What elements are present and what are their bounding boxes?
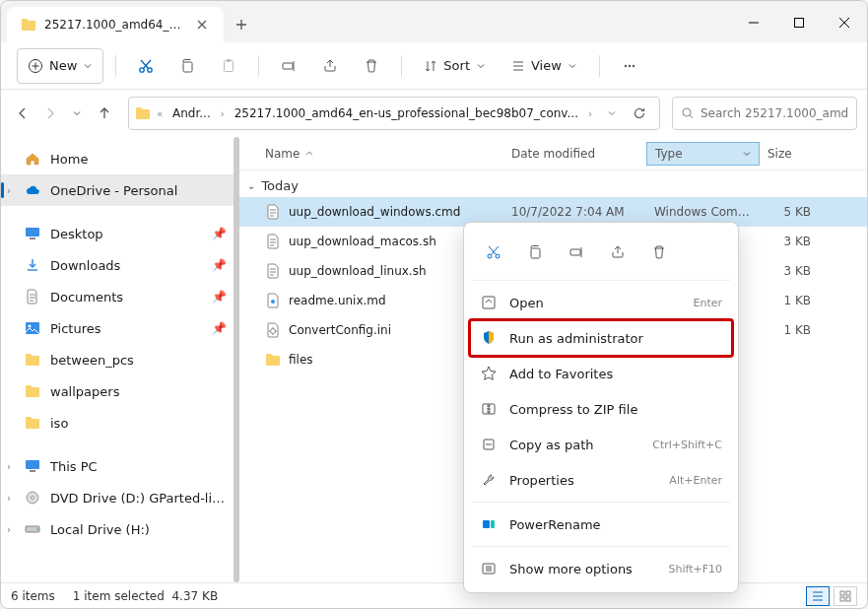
ctx-cut-button[interactable]	[476, 235, 511, 270]
new-tab-button[interactable]	[224, 7, 259, 42]
sidebar-item-folder[interactable]: wallpapers	[1, 375, 236, 407]
svg-point-29	[496, 254, 500, 258]
pc-icon	[25, 459, 40, 473]
new-button[interactable]: New	[17, 48, 103, 84]
trash-icon	[364, 58, 379, 74]
copy-button[interactable]	[169, 48, 205, 84]
ctx-compress[interactable]: Compress to ZIP file	[470, 391, 732, 427]
breadcrumb-part[interactable]: 25217.1000_amd64_en-us_professional_bec9…	[231, 102, 582, 124]
shortcut: Shift+F10	[668, 563, 722, 575]
sidebar-item-label: between_pcs	[50, 353, 134, 368]
minimize-button[interactable]	[731, 7, 776, 38]
grid-icon	[839, 590, 851, 602]
ctx-copy-button[interactable]	[517, 235, 553, 270]
separator	[472, 502, 730, 503]
ctx-copy-path[interactable]: Copy as path Ctrl+Shift+C	[470, 427, 732, 462]
status-selected: 1 item selected 4.37 KB	[73, 589, 218, 603]
sidebar-item-desktop[interactable]: Desktop 📌	[1, 218, 236, 249]
more-button[interactable]	[612, 48, 647, 84]
svg-point-9	[629, 64, 631, 66]
sidebar-item-label: iso	[50, 416, 68, 431]
more-icon	[480, 560, 498, 577]
breadcrumb-part[interactable]: Andr...	[168, 102, 215, 124]
active-tab[interactable]: 25217.1000_amd64_en-us_pro	[7, 7, 224, 42]
rename-button[interactable]	[271, 48, 306, 84]
file-name: uup_download_windows.cmd	[289, 205, 460, 219]
address-bar[interactable]: « Andr... › 25217.1000_amd64_en-us_profe…	[128, 97, 660, 130]
ctx-item-label: Run as administrator	[509, 331, 643, 346]
svg-point-28	[488, 254, 492, 258]
sidebar-item-folder[interactable]: iso	[1, 407, 236, 439]
svg-rect-13	[30, 237, 35, 239]
column-name[interactable]: Name	[257, 147, 503, 161]
close-button[interactable]	[822, 7, 867, 38]
ctx-item-label: Properties	[509, 473, 574, 488]
sidebar-item-folder[interactable]: between_pcs	[1, 344, 236, 375]
recent-button[interactable]	[65, 96, 89, 131]
splitter-handle[interactable]	[234, 137, 239, 582]
ctx-rename-button[interactable]	[559, 235, 594, 270]
sidebar-item-downloads[interactable]: Downloads 📌	[1, 249, 236, 281]
paste-button[interactable]	[211, 48, 246, 84]
search-box[interactable]	[672, 97, 857, 130]
svg-rect-16	[26, 460, 39, 469]
group-label: Today	[261, 178, 299, 193]
folder-icon	[25, 384, 40, 398]
delete-button[interactable]	[354, 48, 389, 84]
cloud-icon	[25, 182, 40, 198]
sort-button[interactable]: Sort	[414, 48, 496, 84]
clipboard-icon	[221, 58, 236, 74]
sidebar-item-home[interactable]: Home	[1, 143, 236, 174]
sidebar-item-documents[interactable]: Documents 📌	[1, 281, 236, 312]
ctx-more-options[interactable]: Show more options Shift+F10	[470, 551, 732, 586]
chevron-right-icon[interactable]: ›	[7, 185, 21, 196]
chevron-right-icon[interactable]: ›	[7, 461, 21, 472]
share-button[interactable]	[312, 48, 348, 84]
ctx-power-rename[interactable]: PowerRename	[470, 507, 732, 542]
details-view-button[interactable]	[806, 586, 830, 606]
forward-button[interactable]	[38, 96, 62, 131]
sidebar-item-onedrive[interactable]: › OneDrive - Personal	[1, 174, 236, 206]
sidebar-item-thispc[interactable]: › This PC	[1, 450, 236, 482]
ctx-properties[interactable]: Properties Alt+Enter	[470, 462, 732, 498]
column-size[interactable]: Size	[760, 147, 819, 161]
ctx-run-as-admin[interactable]: Run as administrator	[470, 320, 732, 356]
sidebar-item-label: DVD Drive (D:) GParted-live	[50, 491, 227, 506]
up-button[interactable]	[93, 96, 116, 131]
chevron-right-icon: ›	[219, 108, 227, 119]
ctx-favorites[interactable]: Add to Favorites	[470, 356, 732, 391]
toolbar: New Sort View	[1, 42, 867, 90]
group-today[interactable]: ⌄ Today	[237, 170, 867, 197]
cut-button[interactable]	[128, 48, 164, 84]
column-date[interactable]: Date modified	[503, 147, 646, 161]
svg-rect-4	[183, 62, 192, 72]
address-dropdown[interactable]	[602, 108, 622, 118]
sidebar-item-drive[interactable]: › Local Drive (H:)	[1, 513, 236, 545]
refresh-button[interactable]	[626, 100, 653, 127]
tab-close-button[interactable]	[194, 17, 210, 33]
sidebar-item-label: This PC	[50, 459, 98, 474]
sidebar-item-pictures[interactable]: Pictures 📌	[1, 312, 236, 344]
search-input[interactable]	[701, 106, 848, 120]
chevron-right-icon[interactable]: ›	[7, 493, 21, 504]
file-name: uup_download_macos.sh	[289, 235, 436, 248]
folder-icon	[25, 416, 40, 430]
share-icon	[610, 244, 626, 260]
context-menu-top-actions	[470, 229, 732, 276]
list-icon	[511, 59, 525, 73]
shortcut: Enter	[693, 297, 722, 309]
ctx-share-button[interactable]	[600, 235, 635, 270]
maximize-button[interactable]	[776, 7, 822, 38]
back-button[interactable]	[11, 96, 34, 131]
file-size-cell: 1 KB	[760, 323, 819, 337]
column-type[interactable]: Type	[646, 142, 760, 166]
desktop-icon	[25, 226, 40, 241]
sidebar-item-dvd[interactable]: › DVD Drive (D:) GParted-live	[1, 482, 236, 513]
ctx-open[interactable]: Open Enter	[470, 285, 732, 320]
svg-point-22	[271, 300, 275, 304]
ctx-delete-button[interactable]	[641, 235, 677, 270]
chevron-right-icon[interactable]: ›	[7, 524, 21, 535]
svg-rect-17	[30, 470, 35, 472]
icons-view-button[interactable]	[834, 586, 857, 606]
view-button[interactable]: View	[501, 48, 587, 84]
